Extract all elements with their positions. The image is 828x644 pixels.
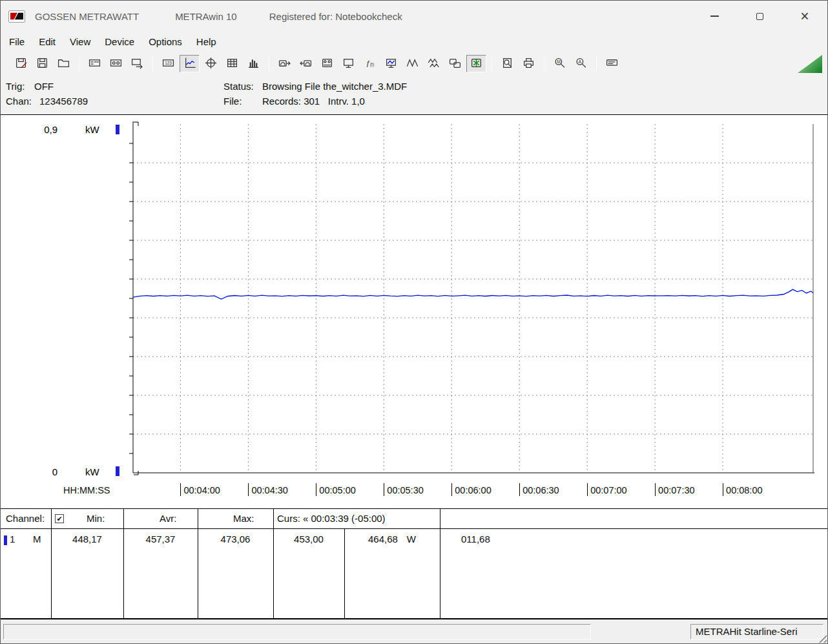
column-divider [440, 509, 440, 618]
title-bar: GOSSEN METRAWATT METRAwin 10 Registered … [1, 1, 827, 32]
save-icon [36, 57, 48, 71]
save-setup-button[interactable] [11, 55, 31, 72]
minimize-button[interactable] [692, 1, 737, 32]
live-monitor-button[interactable] [381, 55, 401, 72]
table-icon [226, 57, 238, 71]
send-to-device-button[interactable] [274, 55, 295, 72]
maximize-button[interactable] [737, 1, 782, 32]
toolbar-separator [79, 56, 79, 72]
save-edit-icon [15, 57, 27, 71]
lcd-icon [88, 57, 101, 71]
x-tick-label: 00:04:00 [180, 483, 220, 496]
trig-value: OFF [34, 81, 54, 92]
print-preview-button[interactable] [497, 55, 517, 72]
column-divider [198, 509, 198, 618]
cell-min: 448,17 [52, 534, 123, 545]
channel-visible-checkbox[interactable]: ✔ [55, 514, 64, 523]
menu-bar: FileEditViewDeviceOptionsHelp [1, 32, 827, 51]
status-label: Status: [223, 81, 254, 92]
histogram-button[interactable] [243, 55, 264, 72]
save-data-button[interactable] [32, 55, 52, 72]
menu-item-file[interactable]: File [2, 34, 32, 50]
channel-mode: M [33, 534, 41, 545]
svg-text:M: M [557, 59, 561, 63]
zoom-auto-button[interactable]: A [571, 55, 591, 72]
toolbar: 123ƒ(t)MA [1, 51, 827, 76]
chan-value: 123456789 [39, 96, 88, 107]
fx-icon: ƒ(t) [364, 57, 376, 71]
waveform-button[interactable] [402, 55, 422, 72]
cell-max: 473,06 [198, 534, 273, 545]
multi-channel-button[interactable] [445, 55, 465, 72]
measurement-table: Channel: ✔ Min: Avr: Max: Curs: « 00:03:… [1, 508, 827, 619]
device-online-button[interactable] [466, 55, 486, 72]
print-icon [523, 57, 535, 71]
device-name: METRAHit Starline-Seri [696, 626, 798, 637]
svg-text:A: A [579, 59, 582, 63]
screen-meter-icon [342, 57, 355, 71]
meters-icon [449, 57, 461, 71]
x-tick-label: 00:05:00 [316, 483, 355, 496]
numeric-display-button[interactable]: 123 [158, 55, 178, 72]
menu-item-options[interactable]: Options [141, 34, 189, 50]
annotation-button[interactable] [602, 55, 622, 72]
meter-cal-icon [321, 57, 333, 71]
function-button[interactable]: ƒ(t) [360, 55, 380, 72]
x-tick-label: 00:04:30 [248, 483, 287, 496]
y-axis-bottom-unit: kW [85, 466, 99, 477]
app-logo-icon [8, 10, 25, 23]
preview-icon [501, 57, 513, 71]
x-axis-labels: HH:MM:SS 00:04:0000:04:3000:05:0000:05:3… [1, 483, 827, 500]
x-tick-label: 00:05:30 [384, 483, 423, 496]
maximize-icon [756, 13, 763, 20]
svg-text:123: 123 [165, 61, 172, 65]
note-icon [606, 57, 618, 71]
toolbar-separator [544, 56, 544, 72]
cursor2-value: 464,68 [368, 534, 398, 545]
open-file-button[interactable] [54, 55, 74, 72]
brand-title: GOSSEN METRAWATT [35, 11, 139, 22]
close-button[interactable]: × [782, 1, 827, 32]
recorder-button[interactable] [106, 55, 126, 72]
yt-chart-button[interactable] [180, 55, 200, 72]
plot-area[interactable] [129, 120, 814, 477]
toolbar-separator [152, 56, 153, 72]
display-export-button[interactable] [127, 55, 147, 72]
status-value: Browsing File the_witcher_3.MDF [262, 81, 407, 92]
read-from-device-button[interactable] [296, 55, 316, 72]
histogram-icon [247, 57, 260, 71]
device-settings-button[interactable] [317, 55, 337, 72]
column-divider [51, 509, 52, 618]
toolbar-separator [596, 56, 597, 72]
header-divider [1, 528, 827, 529]
dual-waveform-button[interactable] [424, 55, 444, 72]
device-monitor-button[interactable] [338, 55, 358, 72]
cell-cursor1: 453,00 [274, 534, 344, 545]
status-message-box [3, 624, 591, 639]
menu-item-view[interactable]: View [63, 34, 98, 50]
x-tick-label: 00:07:30 [655, 483, 694, 496]
display-panel-button[interactable] [85, 55, 105, 72]
status-bar: METRAHit Starline-Seri [1, 619, 827, 643]
cell-delta: 011,68 [461, 534, 490, 545]
numeric-icon: 123 [162, 57, 174, 71]
cell-cursor2: 464,68 W [345, 534, 439, 545]
wave-dual-icon [428, 57, 440, 71]
meter-green-icon [470, 57, 482, 71]
x-tick-label: 00:07:00 [587, 483, 626, 496]
minimize-icon [710, 16, 719, 16]
y-axis-top-unit: kW [85, 124, 99, 135]
zoom-max-button[interactable]: M [550, 55, 570, 72]
menu-item-edit[interactable]: Edit [32, 34, 63, 50]
menu-item-help[interactable]: Help [189, 34, 223, 50]
app-title: METRAwin 10 [175, 11, 237, 22]
print-button[interactable] [519, 55, 539, 72]
x-tick-label: 00:06:30 [519, 483, 559, 496]
svg-text:(t): (t) [370, 61, 374, 67]
channel-color-marker-bottom [116, 466, 119, 476]
menu-item-device[interactable]: Device [98, 34, 141, 50]
chart-panel: 0,9 kW 0 kW HH:MM:SS 00:04:0000:04:3000:… [1, 114, 827, 508]
lcd-out-icon [131, 57, 143, 71]
xy-chart-button[interactable] [201, 55, 221, 72]
data-table-button[interactable] [222, 55, 242, 72]
